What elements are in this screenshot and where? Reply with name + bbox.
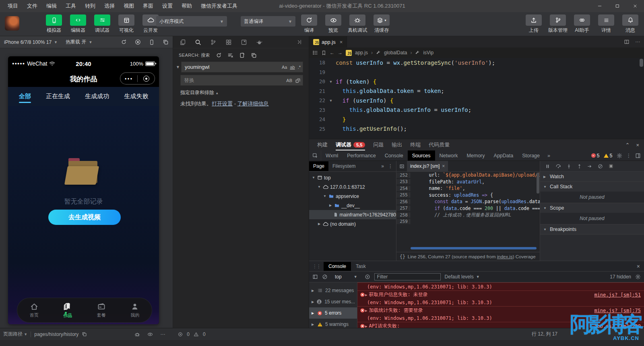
hot-reload-toggle[interactable]: 热重载 开: [66, 39, 86, 45]
step-over-icon[interactable]: [555, 163, 561, 169]
minimize-button[interactable]: [591, 0, 609, 12]
editor-scrollbar[interactable]: [640, 59, 643, 67]
console-settings-icon[interactable]: [635, 274, 641, 280]
capsule-menu[interactable]: ●●●: [120, 72, 155, 84]
outline-icon[interactable]: [312, 50, 318, 56]
compile-mode-select[interactable]: 普通编译▼: [241, 16, 295, 27]
nav-forward-icon[interactable]: →: [338, 50, 343, 56]
menu-item[interactable]: 编辑: [43, 1, 60, 11]
devtools-tab-Wxml[interactable]: Wxml: [321, 150, 343, 161]
status-debug-icon[interactable]: [134, 332, 140, 337]
log-levels-select[interactable]: Default levels▼: [445, 274, 480, 280]
console-filter-15-user-mes...[interactable]: ▶15 user mes...: [309, 296, 357, 307]
bookmark-icon[interactable]: [321, 50, 326, 56]
exit-target-icon[interactable]: [138, 76, 155, 82]
open-search-editor-icon[interactable]: [239, 52, 245, 58]
tabbar-item-我的[interactable]: 我的: [118, 298, 152, 322]
close-tab-icon[interactable]: ×: [340, 39, 343, 45]
copy-path-icon[interactable]: [82, 332, 87, 337]
status-eye-icon[interactable]: [147, 332, 153, 337]
drawer-grip-icon[interactable]: ⋮⋮: [309, 264, 324, 269]
panel-close-icon[interactable]: ×: [636, 142, 639, 148]
refresh-search-icon[interactable]: [216, 52, 222, 58]
tree-arrow-icon[interactable]: ▶: [317, 222, 321, 226]
toolbar-button-真机调试[interactable]: 真机调试: [347, 14, 368, 34]
nav-back-icon[interactable]: ←: [330, 50, 334, 56]
menu-item[interactable]: 工具: [62, 1, 80, 11]
split-editor-icon[interactable]: [624, 39, 630, 45]
whole-word-icon[interactable]: ab: [290, 65, 295, 70]
debug-section-header[interactable]: ▼Scope: [540, 203, 644, 213]
navigator-tab-Filesystem[interactable]: Filesystem: [328, 161, 359, 171]
segment-tab-生成失败[interactable]: 生成失败: [123, 89, 149, 104]
preserve-case-icon[interactable]: AB: [286, 78, 292, 83]
step-icon[interactable]: [587, 164, 592, 169]
stop-icon[interactable]: [135, 39, 141, 45]
mapped-file-link[interactable]: index.js: [497, 254, 513, 259]
console-filter-5-errors[interactable]: ▶5 errors: [309, 307, 357, 319]
toolbar-button-预览[interactable]: 预览: [323, 14, 344, 34]
toolbar-button-编译[interactable]: 编译: [299, 14, 320, 34]
source-link[interactable]: mine.js? [sm]:51: [588, 292, 641, 298]
pretty-print-icon[interactable]: {}: [400, 254, 405, 260]
menu-item[interactable]: 微信开发者工具: [197, 1, 241, 11]
deactivate-breakpoints-icon[interactable]: [598, 164, 603, 169]
step-into-icon[interactable]: [566, 164, 572, 169]
toolbar-button-版本管理[interactable]: 版本管理: [547, 14, 568, 34]
collapse-panel-icon[interactable]: [296, 39, 302, 45]
clear-console-icon[interactable]: [322, 274, 328, 280]
tabs-overflow-icon[interactable]: »: [544, 150, 553, 161]
close-source-tab-icon[interactable]: ×: [442, 163, 445, 169]
learn-more-link[interactable]: 了解详细信息: [237, 101, 269, 107]
menu-item[interactable]: 视图: [120, 1, 138, 11]
breadcrumb[interactable]: ← → JS app.js› globalData› isVip: [309, 47, 644, 58]
toolbar-button-消息[interactable]: 消息: [620, 14, 641, 34]
navigator-tab-Page[interactable]: Page: [309, 161, 328, 171]
tree-arrow-icon[interactable]: ▼: [323, 194, 327, 198]
pause-icon[interactable]: [545, 164, 550, 169]
menu-item[interactable]: 帮助: [178, 1, 196, 11]
tree-item[interactable]: ▼127.0.0.1:63712: [309, 182, 396, 192]
context-select[interactable]: top▼: [332, 273, 361, 280]
replace-all-icon[interactable]: [295, 78, 301, 83]
page-path-select[interactable]: 页面路径 ▼: [3, 331, 27, 338]
panel-tab-终端[interactable]: 终端: [407, 140, 424, 150]
close-drawer-icon[interactable]: ×: [637, 263, 644, 270]
tree-arrow-icon[interactable]: ▼: [312, 176, 316, 179]
devtools-more-icon[interactable]: ⋮: [626, 152, 632, 159]
menu-item[interactable]: 界面: [139, 1, 157, 11]
toggle-replace-icon[interactable]: ▼: [175, 65, 181, 69]
toolbar-button-详情[interactable]: 详情: [596, 14, 617, 34]
mode-select[interactable]: 小程序模式▼: [156, 16, 227, 27]
generate-video-button[interactable]: 去生成视频: [48, 210, 121, 225]
debug-section-header[interactable]: ▼Call Stack: [540, 182, 644, 192]
menu-bar[interactable]: 项目文件编辑工具转到选择视图界面设置帮助微信开发者工具: [0, 1, 241, 11]
close-button[interactable]: [626, 0, 644, 12]
tabbar-item-作品[interactable]: 作品: [51, 298, 85, 322]
panel-collapse-icon[interactable]: ⌃: [625, 142, 630, 148]
devtools-tab-Sources[interactable]: Sources: [408, 150, 435, 161]
status-error-icon[interactable]: [178, 332, 183, 337]
explorer-icon[interactable]: [180, 39, 186, 45]
cursor-position[interactable]: 行 12, 列 17: [532, 331, 557, 338]
console-tab-Console[interactable]: Console: [324, 262, 351, 271]
expand-icon[interactable]: ▶: [365, 293, 367, 297]
menu-item[interactable]: 选择: [101, 1, 118, 11]
open-settings-link[interactable]: 打开设置: [212, 101, 233, 107]
menu-item[interactable]: 文件: [23, 1, 41, 11]
tree-item[interactable]: mainframe?t=1762942780: [309, 210, 396, 219]
files-include-toggle[interactable]: 指定目录和排除 ▲: [173, 86, 309, 97]
segment-tab-正在生成[interactable]: 正在生成: [45, 89, 71, 104]
hide-navigator-icon[interactable]: [396, 164, 407, 169]
devtools-tab-AppData[interactable]: AppData: [489, 150, 518, 161]
console-sidebar-toggle-icon[interactable]: [312, 274, 318, 280]
status-warning-icon[interactable]: [194, 332, 199, 337]
editor-more-icon[interactable]: ⋯: [635, 39, 640, 45]
maximize-button[interactable]: [609, 0, 626, 12]
panel-tab-调试器[interactable]: 调试器5,5: [332, 140, 368, 150]
tab-app-js[interactable]: JS app.js ×: [309, 36, 347, 47]
toolbar-button-调试器[interactable]: 调试器: [92, 14, 113, 34]
devtools-settings-icon[interactable]: [617, 153, 622, 159]
tab-index-js[interactable]: index.js? [sm]×: [407, 161, 448, 171]
console-tab-Task[interactable]: Task: [351, 262, 371, 271]
